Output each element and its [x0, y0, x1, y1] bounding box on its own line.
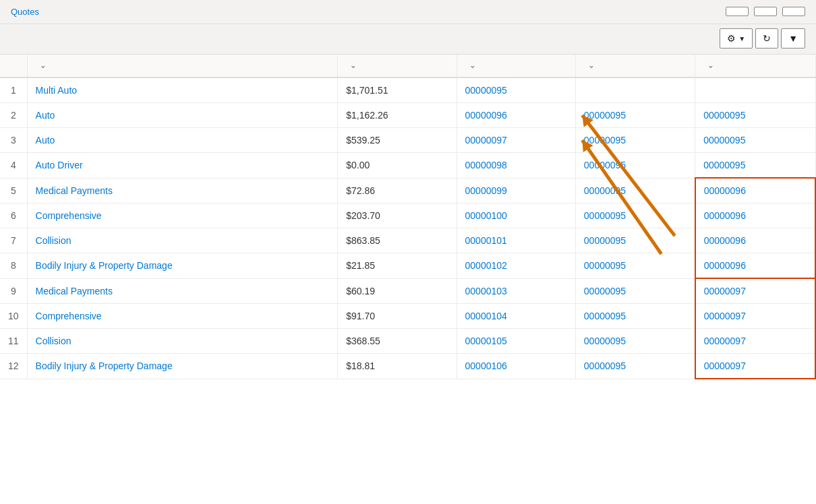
row-parent-item-id[interactable]: 00000095	[575, 153, 695, 179]
row-sub-parent-item-id[interactable]: 00000095	[695, 103, 815, 128]
row-parent-item-id[interactable]: 00000095	[575, 178, 695, 203]
table-row: 9Medical Payments$60.1900000103000000950…	[0, 278, 815, 304]
settings-button[interactable]: ⚙ ▼	[720, 28, 753, 49]
row-product[interactable]: Collision	[27, 228, 338, 253]
row-product[interactable]: Auto	[27, 128, 338, 153]
row-product[interactable]: Collision	[27, 329, 338, 354]
col-sales-price[interactable]: ⌄	[338, 55, 457, 77]
row-line-item-number[interactable]: 00000095	[457, 77, 575, 103]
row-sub-parent-item-id[interactable]: 00000097	[695, 354, 815, 379]
add-products-button[interactable]	[726, 7, 749, 16]
row-line-item-number[interactable]: 00000104	[457, 304, 575, 329]
row-product[interactable]: Bodily Injury & Property Damage	[27, 354, 338, 379]
status-bar: ⚙ ▼ ↻ ▼	[0, 24, 816, 55]
sort-button[interactable]	[782, 7, 805, 16]
row-product[interactable]: Bodily Injury & Property Damage	[27, 253, 338, 279]
row-num: 10	[0, 304, 27, 329]
row-num: 8	[0, 253, 27, 279]
table-row: 8Bodily Injury & Property Damage$21.8500…	[0, 253, 815, 279]
row-sales-price: $1,701.51	[338, 77, 457, 103]
col-parent-item-id[interactable]: ⌄	[575, 55, 695, 77]
quote-line-items-table: ⌄ ⌄ ⌄	[0, 55, 816, 379]
row-sales-price: $72.86	[338, 178, 457, 203]
row-sub-parent-item-id[interactable]: 00000097	[695, 278, 815, 304]
table-row: 6Comprehensive$203.700000010000000095000…	[0, 203, 815, 228]
edit-products-button[interactable]	[754, 7, 777, 16]
row-product[interactable]: Comprehensive	[27, 304, 338, 329]
table-row: 3Auto$539.25000000970000009500000095	[0, 128, 815, 153]
col-product-sort-icon: ⌄	[40, 61, 46, 70]
table-row: 4Auto Driver$0.0000000098000000950000009…	[0, 153, 815, 179]
status-icons: ⚙ ▼ ↻ ▼	[720, 28, 805, 49]
row-num: 7	[0, 228, 27, 253]
row-sub-parent-item-id[interactable]: 00000095	[695, 153, 815, 179]
gear-icon: ⚙	[727, 33, 736, 44]
row-parent-item-id[interactable]: 00000095	[575, 203, 695, 228]
row-product[interactable]: Multi Auto	[27, 77, 338, 103]
table-wrapper: ⌄ ⌄ ⌄	[0, 55, 816, 379]
row-sales-price: $539.25	[338, 128, 457, 153]
row-line-item-number[interactable]: 00000099	[457, 178, 575, 203]
row-line-item-number[interactable]: 00000106	[457, 354, 575, 379]
row-parent-item-id[interactable]: 00000095	[575, 329, 695, 354]
refresh-button[interactable]: ↻	[755, 28, 778, 49]
row-line-item-number[interactable]: 00000105	[457, 329, 575, 354]
breadcrumb: Quotes	[11, 7, 39, 17]
row-sub-parent-item-id[interactable]: 00000096	[695, 228, 815, 253]
row-line-item-number[interactable]: 00000101	[457, 228, 575, 253]
row-sales-price: $60.19	[338, 278, 457, 304]
row-line-item-number[interactable]: 00000102	[457, 253, 575, 279]
row-num: 4	[0, 153, 27, 179]
table-row: 10Comprehensive$91.700000010400000095000…	[0, 304, 815, 329]
title-area: Quotes	[11, 7, 39, 20]
row-product[interactable]: Medical Payments	[27, 178, 338, 203]
table-row: 12Bodily Injury & Property Damage$18.810…	[0, 354, 815, 379]
row-parent-item-id[interactable]: 00000095	[575, 304, 695, 329]
row-sub-parent-item-id[interactable]	[695, 77, 815, 103]
row-sales-price: $21.85	[338, 253, 457, 279]
row-sub-parent-item-id[interactable]: 00000097	[695, 304, 815, 329]
row-line-item-number[interactable]: 00000096	[457, 103, 575, 128]
row-sub-parent-item-id[interactable]: 00000096	[695, 203, 815, 228]
col-line-item-number-sort-icon: ⌄	[469, 61, 475, 70]
row-parent-item-id[interactable]: 00000095	[575, 354, 695, 379]
row-num: 2	[0, 103, 27, 128]
row-line-item-number[interactable]: 00000100	[457, 203, 575, 228]
col-num	[0, 55, 27, 77]
row-product[interactable]: Auto Driver	[27, 153, 338, 179]
row-sub-parent-item-id[interactable]: 00000095	[695, 128, 815, 153]
row-sales-price: $863.85	[338, 228, 457, 253]
row-num: 9	[0, 278, 27, 304]
row-parent-item-id[interactable]: 00000095	[575, 253, 695, 279]
row-sub-parent-item-id[interactable]: 00000096	[695, 253, 815, 279]
row-num: 1	[0, 77, 27, 103]
row-parent-item-id[interactable]: 00000095	[575, 103, 695, 128]
row-product[interactable]: Comprehensive	[27, 203, 338, 228]
row-sub-parent-item-id[interactable]: 00000097	[695, 329, 815, 354]
row-num: 5	[0, 178, 27, 203]
filter-button[interactable]: ▼	[781, 28, 805, 49]
table-row: 2Auto$1,162.26000000960000009500000095	[0, 103, 815, 128]
row-line-item-number[interactable]: 00000097	[457, 128, 575, 153]
col-line-item-number[interactable]: ⌄	[457, 55, 575, 77]
col-product[interactable]: ⌄	[27, 55, 338, 77]
row-parent-item-id[interactable]	[575, 77, 695, 103]
table-container: ⌄ ⌄ ⌄	[0, 55, 816, 379]
row-sub-parent-item-id[interactable]: 00000096	[695, 178, 815, 203]
row-parent-item-id[interactable]: 00000095	[575, 278, 695, 304]
row-product[interactable]: Auto	[27, 103, 338, 128]
row-num: 3	[0, 128, 27, 153]
row-sales-price: $91.70	[338, 304, 457, 329]
row-product[interactable]: Medical Payments	[27, 278, 338, 304]
row-line-item-number[interactable]: 00000103	[457, 278, 575, 304]
col-sales-price-sort-icon: ⌄	[350, 61, 356, 70]
breadcrumb-quotes[interactable]: Quotes	[11, 7, 39, 17]
row-sales-price: $203.70	[338, 203, 457, 228]
table-row: 5Medical Payments$72.8600000099000000950…	[0, 178, 815, 203]
top-section: Quotes	[0, 0, 816, 24]
row-line-item-number[interactable]: 00000098	[457, 153, 575, 179]
row-parent-item-id[interactable]: 00000095	[575, 128, 695, 153]
col-sub-parent-item-id[interactable]: ⌄	[695, 55, 815, 77]
row-sales-price: $368.55	[338, 329, 457, 354]
row-parent-item-id[interactable]: 00000095	[575, 228, 695, 253]
